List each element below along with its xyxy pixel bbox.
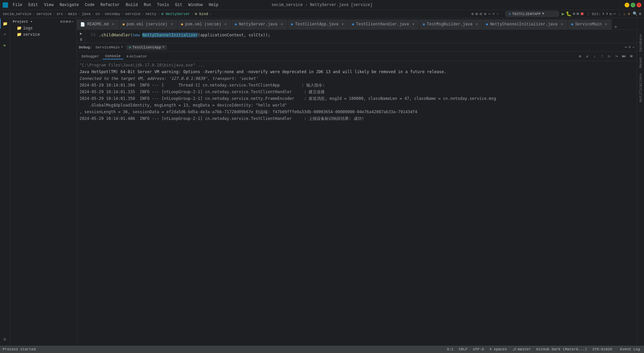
actuator-tab[interactable]: ⚙Actuator [124,54,150,59]
menu-build[interactable]: Build [123,2,140,8]
tab-servicemain[interactable]: ServiceMain × [568,19,612,29]
tab-close[interactable]: × [604,22,608,27]
search-icon[interactable]: 🔍 [633,11,638,16]
run-button[interactable]: ▶ [561,11,564,17]
tab-close[interactable]: × [111,22,116,27]
debug-panel-minimize[interactable]: − [632,45,635,50]
breadcrumb-item[interactable]: java [82,12,91,16]
app-selector-label[interactable]: TESTCLIENTAPP [512,12,541,16]
coverage-button[interactable]: ⊕ [573,11,575,16]
status-indent[interactable]: 4 spaces [488,347,508,351]
status-branch[interactable]: ⎇ master [511,347,532,351]
status-charset[interactable]: UTF-8 [472,347,485,351]
tab-close[interactable]: × [169,22,174,27]
sidebar-icon-4[interactable]: ⚙ [69,19,71,24]
breadcrumb-item[interactable]: secim_service [3,12,31,16]
git-update-icon[interactable]: ⬇ [602,11,604,16]
tab-nettyserver[interactable]: NettyServer.java × [231,19,288,29]
sidebar-icon-3[interactable]: ⊞ [66,19,68,24]
expand-icon[interactable]: ⊞ [476,12,478,16]
debug-tab-servicemain[interactable]: ServiceMain × [93,45,126,50]
database-label[interactable]: Database [637,31,644,54]
menu-file[interactable]: File [10,2,25,8]
debug-panel-more[interactable]: ⋯ [625,45,627,50]
status-position[interactable]: 376:61928 [591,347,613,351]
activity-settings-icon[interactable]: ⚙ [0,334,10,344]
breadcrumb-item-nettyserver[interactable]: ⚙ NettyServer [161,12,190,16]
close-button[interactable]: × [637,3,641,7]
console-output[interactable]: "C:\Program Files\Java\jdk-17.0.10\bin\j… [77,61,637,346]
activity-project-icon[interactable]: 📁 [0,19,10,29]
console-step-in-btn[interactable]: ↓ [591,53,598,60]
git-push-icon[interactable]: ⬆ [606,11,608,16]
menu-edit[interactable]: Edit [26,2,41,8]
console-settings-btn[interactable]: ⚙ [577,53,583,60]
hide-icon[interactable]: − [497,12,499,16]
debug-panel-close[interactable]: × [629,45,631,50]
tab-pom-secim[interactable]: pom.xml (secim) × [178,19,231,29]
console-tab[interactable]: Console [103,53,123,59]
git-more-icon[interactable]: ⋯ [613,11,616,16]
menu-git[interactable]: Git [172,2,185,8]
maven-label[interactable]: Maven [637,54,644,71]
stop-button[interactable]: ⏹ [580,11,584,16]
sidebar-icon-5[interactable]: ⋯ [71,19,74,24]
menu-run[interactable]: Run [141,2,154,8]
tab-testclienthandler[interactable]: TestClientHandler.java × [349,19,419,29]
console-resume-btn[interactable]: ▷ [606,53,613,60]
breadcrumb-item[interactable]: src [56,12,63,16]
tab-readme[interactable]: 📄 README.md × [77,19,119,29]
menu-help[interactable]: Help [206,2,221,8]
breadcrumb-item-bind[interactable]: ⚙ bind [195,12,208,16]
git-fetch-icon[interactable]: ↻ [610,11,612,16]
step-over-icon[interactable]: ▶ [77,30,85,37]
sidebar-icon-1[interactable]: ⚙ [60,19,62,24]
tab-overflow[interactable]: » [612,25,619,29]
tab-close[interactable]: × [474,22,479,27]
menu-view[interactable]: View [41,2,56,8]
menu-tools[interactable]: Tools [154,2,172,8]
testclientapp-tab-close[interactable]: × [162,45,164,49]
console-step-out-btn[interactable]: ↑ [599,53,605,60]
tab-pom-service[interactable]: pom.xml (service) × [119,19,178,29]
activity-run-icon[interactable]: ▶ [0,40,10,50]
tab-close[interactable]: × [559,22,564,27]
event-log-btn[interactable]: Event Log [619,347,641,351]
sidebar-item-logs[interactable]: 📁 logs [10,25,76,31]
debug-tab-testclientapp[interactable]: ⚙ TestClientApp × [126,45,167,50]
more-icon[interactable]: ⋯ [488,12,491,16]
collapse-icon[interactable]: ⊟ [480,12,482,16]
servicemain-tab-close[interactable]: × [121,45,123,49]
tab-testmsgbuilder[interactable]: TestMsgBuilder.java × [420,19,483,29]
menu-window[interactable]: Window [186,2,205,8]
console-clear-btn[interactable]: ↺ [584,53,591,60]
sidebar-item-service[interactable]: 📁 service [10,31,76,38]
more-run-options[interactable]: ⊞ [577,11,579,16]
status-encoding[interactable]: CRLF [457,347,469,351]
tab-close[interactable]: × [223,22,228,27]
console-evaluate-btn[interactable]: ⊞ [628,53,635,60]
breadcrumb-item[interactable]: service [36,12,51,16]
menu-refactor[interactable]: Refactor [98,2,123,8]
tab-nettychannelinitializer[interactable]: NettyChannelInitializer.java × [483,19,568,29]
breadcrumb-item[interactable]: main [68,12,77,16]
console-run-to-btn[interactable]: ⏭ [621,53,627,60]
debugger-tab[interactable]: Debugger [79,54,102,59]
menu-navigate[interactable]: Navigate [57,2,82,8]
maximize-button[interactable]: □ [631,3,635,7]
breadcrumb-item[interactable]: netoday [105,12,120,16]
console-step-over-btn[interactable]: ↪ [613,53,620,60]
warning-icon[interactable]: ⚠ 4 [623,12,630,16]
status-theme[interactable]: GitHub Dark (MaterG...) [535,347,588,351]
breadcrumb-item[interactable]: netty [145,12,156,16]
notifications-label[interactable]: Notifications [637,71,644,105]
status-line-col[interactable]: 9:1 [446,347,455,351]
close-panel-icon[interactable]: × [492,12,495,16]
tab-close[interactable]: × [411,22,416,27]
settings-icon[interactable]: ⚙ [484,12,486,16]
breadcrumb-item[interactable]: service [125,12,140,16]
pause-icon[interactable]: ⏸ [77,37,85,43]
settings-gear-icon[interactable]: ⚙ [639,11,641,16]
minimize-button[interactable]: − [625,3,629,7]
tab-close[interactable]: × [340,22,345,27]
